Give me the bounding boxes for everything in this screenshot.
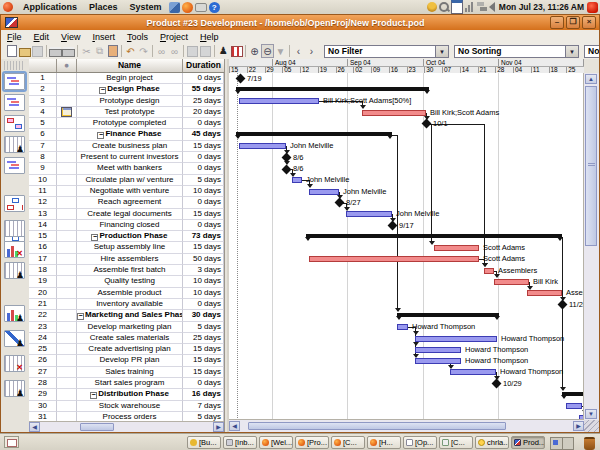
duration-cell[interactable]: 16 days [183,389,224,400]
taskbar-window-button[interactable]: [H... [367,436,401,449]
task-name-cell[interactable]: Sales training [77,367,183,378]
table-row[interactable]: 12Reach agreement0 days [29,197,224,208]
task-information-icon[interactable] [186,44,199,58]
task-name-cell[interactable]: Hire assemblers [77,254,183,265]
duration-cell[interactable]: 5 days [183,175,224,186]
taskbar-window-button[interactable]: [Op... [403,436,437,449]
distro-logo-icon[interactable] [3,2,13,12]
scroll-left-arrow[interactable]: ◀ [29,422,40,432]
name-column-header[interactable]: Name [77,59,183,72]
user-icon[interactable] [427,2,437,12]
show-desktop-icon[interactable] [4,436,19,448]
task-bar[interactable] [434,245,479,251]
volume-icon[interactable] [489,2,495,12]
taskbar-window-button[interactable]: [Bu... [187,436,221,449]
task-bar[interactable] [397,324,408,330]
menu-help[interactable]: Help [194,32,225,42]
applications-menu[interactable]: Applications [17,2,83,12]
duration-cell[interactable]: 0 days [183,152,224,163]
grouping-dropdown[interactable]: No Grou▼ [584,45,599,58]
taskbar-window-button[interactable]: [Pro... [295,436,329,449]
gantt-view-button[interactable] [4,73,25,90]
info-column-header[interactable]: ● [57,59,77,72]
task-name-cell[interactable]: Assemble product [77,288,183,299]
summary-bar[interactable] [397,313,499,317]
task-name-cell[interactable]: Prototype design [77,96,183,107]
task-name-cell[interactable]: Create advertising plan [77,344,183,355]
duration-cell[interactable]: 0 days [183,197,224,208]
task-name-cell[interactable]: Inventory available [77,299,183,310]
wbs-view-button[interactable] [4,195,25,212]
filter-icon[interactable]: ▼ [274,44,287,58]
duration-cell[interactable]: 55 days [183,84,224,95]
histogram-report-view-button[interactable] [4,241,25,258]
task-name-cell[interactable]: Assemble first batch [77,265,183,276]
charts-view-button[interactable] [4,330,25,347]
task-name-cell[interactable]: Develop PR plan [77,355,183,366]
table-row[interactable]: 5Prototype completed0 days [29,118,224,129]
collapse-icon[interactable]: − [77,313,84,320]
task-name-cell[interactable]: Begin project [77,73,183,84]
task-bar[interactable] [415,358,461,364]
task-bar[interactable] [362,110,426,116]
duration-cell[interactable]: 7 days [183,401,224,412]
table-row[interactable]: 1Begin project0 days [29,73,224,84]
table-row[interactable]: 11Negotiate with venture10 days [29,186,224,197]
task-name-cell[interactable]: Reach agreement [77,197,183,208]
task-name-cell[interactable]: −Distribution Phase [77,389,183,400]
firefox-icon[interactable] [182,2,193,13]
table-row[interactable]: 26Develop PR plan15 days [29,355,224,366]
scroll-right-icon[interactable]: › [305,44,318,58]
duration-cell[interactable]: 15 days [183,242,224,253]
menu-insert[interactable]: Insert [86,32,121,42]
duration-cell[interactable]: 10 days [183,288,224,299]
help-icon[interactable]: ? [209,2,220,13]
usage-detail-view-button[interactable] [4,380,25,397]
duration-cell[interactable]: 3 days [183,265,224,276]
task-bar[interactable] [450,369,496,375]
summary-bar[interactable] [562,392,584,396]
table-row[interactable]: 19Quality testing10 days [29,276,224,287]
network-view-button[interactable] [4,115,25,132]
menu-project[interactable]: Project [154,32,194,42]
assign-resources-icon[interactable] [230,44,243,58]
cut-icon[interactable]: ✂ [80,44,93,58]
report-x-view-button[interactable] [4,355,25,372]
copy-icon[interactable]: ⧉ [93,44,106,58]
taskbar-window-button[interactable]: [Wel... [259,436,293,449]
table-horizontal-scrollbar[interactable]: ◀ ▶ [29,421,224,432]
table-row[interactable]: 30Stock warehouse7 days [29,401,224,412]
task-name-cell[interactable]: Circulate plan w/ venture [77,175,183,186]
duration-cell[interactable]: 5 days [183,322,224,333]
scroll-right-arrow[interactable]: ▶ [213,422,224,432]
table-row[interactable]: 24Create sales materials25 days [29,333,224,344]
link-icon[interactable]: ∞ [155,44,168,58]
places-menu[interactable]: Places [83,2,124,12]
collapse-icon[interactable]: − [99,87,106,94]
menu-tools[interactable]: Tools [121,32,154,42]
table-row[interactable]: 23Develop marketing plan5 days [29,322,224,333]
viewbar-handle[interactable] [4,61,24,70]
taskbar-window-button[interactable]: Prod... [511,436,545,449]
filter-dropdown[interactable]: No Filter▼ [324,45,449,58]
table-row[interactable]: 29−Distribution Phase16 days [29,389,224,400]
task-name-cell[interactable]: −Production Phase [77,231,183,242]
task-bar[interactable] [484,268,494,274]
table-row[interactable]: 18Assemble first batch3 days [29,265,224,276]
sorting-dropdown[interactable]: No Sorting▼ [454,45,579,58]
table-row[interactable]: 8Present to current investors0 days [29,152,224,163]
save-icon[interactable] [31,44,44,58]
task-name-cell[interactable]: Create sales materials [77,333,183,344]
scroll-down-arrow[interactable]: ▼ [585,409,597,419]
row-number-header[interactable] [29,59,57,72]
gantt-vertical-scrollbar[interactable]: ▲ ▼ [583,73,599,420]
duration-cell[interactable]: 25 days [183,333,224,344]
taskbar-window-button[interactable]: chrla... [475,436,509,449]
task-name-cell[interactable]: Setup assembly line [77,242,183,253]
gantt-horizontal-scrollbar[interactable]: ◀ ▶ [229,419,584,432]
duration-cell[interactable]: 45 days [183,129,224,140]
task-bar[interactable] [415,347,461,353]
duration-cell[interactable]: 0 days [183,299,224,310]
task-note-icon[interactable] [61,107,72,117]
undo-icon[interactable]: ↶ [124,44,137,58]
